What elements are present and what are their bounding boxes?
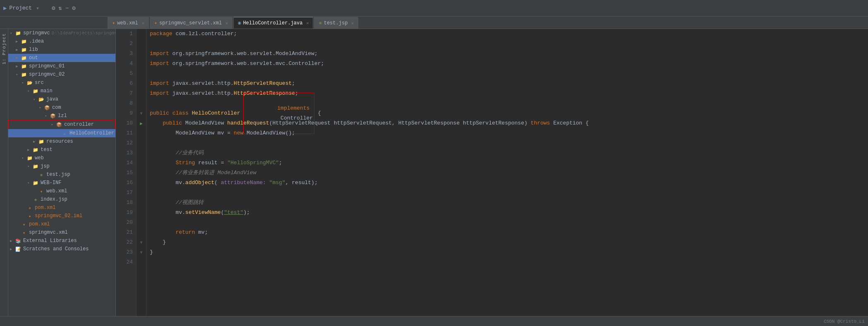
sidebar-item-resources[interactable]: ▶ 📁 resources (8, 137, 115, 146)
folder-icon-web-inf: 📁 (32, 180, 39, 186)
line-num-17: 17 (119, 188, 133, 198)
sidebar-item-external-libraries[interactable]: ▶ 📚 External Libraries (8, 237, 115, 245)
sidebar-item-springmvc-root[interactable]: ▾ 📁 springmvc D:\IdeaProjects\springmvc (8, 29, 115, 37)
folder-icon-web: 📁 (26, 155, 33, 161)
sidebar-item-jsp[interactable]: ▾ 📁 jsp (8, 162, 115, 170)
code-line-14: String result = "HelloSpringMVC" ; (150, 158, 865, 168)
label-springmvc-root: springmvc (23, 30, 50, 36)
tab-springmvc-servlet[interactable]: ✦ springmvc_servlet.xml ✕ (150, 17, 233, 29)
token-space-9c (240, 108, 243, 118)
sidebar-item-lzl[interactable]: ▾ 📦 lzl (8, 112, 115, 120)
token-string-kw-14: String (175, 158, 195, 168)
folder-icon-springmvc: 📁 (15, 30, 22, 36)
xml-icon-pom02: ✦ (26, 204, 33, 211)
tab-test-jsp[interactable]: ◈ test.jsp ✕ (314, 17, 358, 29)
token-brace-23: } (150, 247, 153, 257)
tab-hello-controller-close[interactable]: ✕ (306, 21, 309, 26)
sidebar-item-test[interactable]: ▶ 📁 test (8, 146, 115, 154)
token-class-6: HttpServletRequest (234, 79, 292, 89)
code-line-13: //业务代码 (150, 148, 865, 158)
gutter-2 (137, 39, 146, 49)
gear-icon[interactable]: ⚙ (72, 5, 75, 12)
token-new-11: new (234, 128, 243, 138)
sidebar[interactable]: ▾ 📁 springmvc D:\IdeaProjects\springmvc … (8, 29, 116, 316)
label-scratches: Scratches and Consoles (23, 246, 89, 252)
token-kw: package (150, 29, 173, 39)
sidebar-item-springmvc-iml[interactable]: ✦ springmvc_02.iml (8, 212, 115, 220)
watermark: CSDN @Cristo_Li (824, 319, 865, 324)
sidebar-item-scratches[interactable]: ▶ 📝 Scratches and Consoles (8, 245, 115, 253)
line-num-24: 24 (119, 257, 133, 267)
sidebar-item-idea[interactable]: ▶ 📁 .idea (8, 37, 115, 46)
tab-web-xml[interactable]: ✦ web.xml ✕ (108, 17, 149, 29)
gutter-3 (137, 49, 146, 59)
gutter-4 (137, 59, 146, 69)
label-hello-controller: HelloController (70, 130, 114, 136)
sidebar-item-hello-controller[interactable]: ☕ HelloController (8, 129, 115, 137)
tab-hello-controller[interactable]: ◉ HelloController.java ✕ (233, 17, 313, 29)
token-import-7: import (150, 89, 169, 98)
label-pom-02: pom.xml (35, 205, 55, 211)
sidebar-item-web-inf[interactable]: ▾ 📁 WEB-INF (8, 179, 115, 187)
fold-icon-23[interactable]: ▼ (140, 250, 142, 255)
code-line-1: package com.lzl.controller; (150, 29, 865, 39)
token-semi-14: ; (279, 158, 282, 168)
java-icon-hello: ☕ (61, 130, 68, 137)
sidebar-item-controller[interactable]: ▾ 📦 controller (8, 120, 115, 129)
sidebar-item-pom-xml-02[interactable]: ✦ pom.xml (8, 204, 115, 212)
sidebar-item-springmvc01[interactable]: ▶ 📁 springmvc_01 (8, 62, 115, 70)
jsp-icon-index: ◈ (32, 196, 39, 203)
label-java: java (46, 96, 58, 102)
token-plain-6a: javax.servlet.http. (169, 79, 234, 89)
code-line-2 (150, 39, 865, 49)
code-line-9: public class HelloController implements … (150, 108, 865, 118)
token-func-16: addObject (185, 178, 214, 188)
tab-springmvc-servlet-close[interactable]: ✕ (225, 21, 228, 26)
code-line-20 (150, 218, 865, 228)
folder-icon-test: 📁 (32, 146, 39, 153)
fold-icon-22[interactable]: ▼ (140, 240, 142, 245)
arrow-out: ▶ (16, 56, 21, 60)
folder-icon-lib: 📁 (21, 46, 27, 53)
minus-icon[interactable]: − (65, 5, 69, 12)
columns-icon[interactable]: ⇅ (58, 5, 62, 12)
sidebar-item-pom-root[interactable]: ✦ pom.xml (8, 220, 115, 228)
left-tab: 1: Project (0, 29, 8, 316)
sidebar-item-com[interactable]: ▾ 📦 com (8, 103, 115, 112)
run-icon-10[interactable]: ▶ (140, 121, 143, 126)
token-plain: com.lzl.controller; (173, 29, 237, 39)
token-throws-10: throws (531, 118, 550, 128)
sidebar-item-web[interactable]: ▾ 📁 web (8, 154, 115, 162)
tab-web-xml-close[interactable]: ✕ (142, 21, 144, 26)
sidebar-item-springmvc-xml[interactable]: ✦ springmvc.xml (8, 228, 115, 237)
label-jsp: jsp (41, 163, 50, 169)
token-plain-7a: javax.servlet.http. (169, 89, 234, 98)
settings-icon[interactable]: ⚙ (52, 5, 55, 12)
sidebar-item-lib[interactable]: ▶ 📁 lib (8, 46, 115, 54)
gutter-6 (137, 79, 146, 89)
token-import-3: import (150, 49, 169, 59)
gutter-23: ▼ (137, 247, 146, 257)
pkg-icon-com: 📦 (44, 104, 50, 111)
sidebar-item-index-jsp[interactable]: ◈ index.jsp (8, 195, 115, 204)
sidebar-item-java[interactable]: ▾ 📂 java (8, 95, 115, 103)
code-editor[interactable]: package com.lzl.controller; import org.s… (146, 29, 868, 316)
sidebar-item-main[interactable]: ▾ 📁 main (8, 87, 115, 95)
code-line-24 (150, 257, 865, 267)
sidebar-item-out[interactable]: ▶ 📁 out (8, 54, 115, 62)
scratch-icon: 📝 (15, 246, 22, 252)
token-indent-11: ModelAndView mv = (150, 128, 234, 138)
label-springmvc01: springmvc_01 (29, 63, 65, 69)
sidebar-item-src[interactable]: ▾ 📂 src (8, 79, 115, 87)
sidebar-item-springmvc02[interactable]: ▾ 📁 springmvc_02 (8, 70, 115, 79)
project-icon: ▶ (3, 5, 7, 12)
token-space-9b (189, 108, 192, 118)
tab-test-jsp-close[interactable]: ✕ (351, 21, 354, 26)
gutter-20 (137, 218, 146, 228)
fold-icon-9[interactable]: ▼ (140, 111, 142, 116)
line-num-1: 1 (119, 29, 133, 39)
sidebar-item-test-jsp[interactable]: ◈ test.jsp (8, 170, 115, 179)
token-space-9a (169, 108, 173, 118)
sidebar-item-web-xml[interactable]: ✦ web.xml (8, 187, 115, 195)
token-plain-3: org.springframework.web.servlet.ModelAnd… (169, 49, 318, 59)
